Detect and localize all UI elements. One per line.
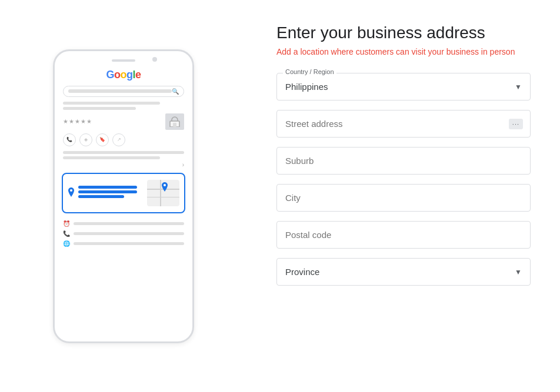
phone-search-bar: 🔍 xyxy=(63,86,184,97)
country-field[interactable]: Country / Region Philippines ▼ xyxy=(276,73,531,100)
globe-icon: 🌐 xyxy=(63,240,70,247)
province-field-group: Province ▼ xyxy=(276,258,531,286)
phone-content: Google 🔍 ★★★★★ xyxy=(61,66,186,249)
phone-icon: 📞 xyxy=(63,133,76,146)
location-pin-icon xyxy=(68,187,75,199)
country-select[interactable]: Philippines xyxy=(277,73,530,100)
street-input[interactable] xyxy=(277,110,530,137)
city-input[interactable] xyxy=(277,185,530,211)
postal-field[interactable] xyxy=(276,221,531,249)
share-icon: ↗ xyxy=(112,133,125,146)
google-logo: Google xyxy=(63,69,184,81)
phone-camera xyxy=(152,57,157,62)
province-field[interactable]: Province ▼ xyxy=(276,258,531,286)
svg-point-3 xyxy=(164,184,166,186)
shop-icon xyxy=(165,113,184,130)
search-icon: 🔍 xyxy=(172,88,179,95)
country-field-group: Country / Region Philippines ▼ xyxy=(276,73,531,100)
svg-point-2 xyxy=(70,189,72,192)
svg-rect-1 xyxy=(173,123,176,127)
more-options-icon[interactable]: ··· xyxy=(509,119,523,129)
right-panel: Enter your business address Add a locati… xyxy=(247,0,560,392)
clock-icon: ⏰ xyxy=(63,220,70,227)
postal-input[interactable] xyxy=(277,222,530,248)
bookmark-icon: 🔖 xyxy=(96,133,109,146)
street-field-group: ··· xyxy=(276,110,531,138)
country-label: Country / Region xyxy=(283,68,336,75)
page-subtitle: Add a location where customers can visit… xyxy=(276,47,531,56)
map-pin-icon xyxy=(160,182,169,197)
page-title: Enter your business address xyxy=(276,24,531,42)
direction-icon: ◈ xyxy=(79,133,92,146)
city-field-group xyxy=(276,184,531,212)
suburb-field-group xyxy=(276,147,531,175)
province-select[interactable]: Province xyxy=(277,259,530,285)
star-rating: ★★★★★ xyxy=(63,118,92,125)
business-location-card xyxy=(62,173,185,213)
city-field[interactable] xyxy=(276,184,531,212)
phone-small-icon: 📞 xyxy=(63,230,70,237)
suburb-input[interactable] xyxy=(277,148,530,174)
suburb-field[interactable] xyxy=(276,147,531,175)
phone-mockup: Google 🔍 ★★★★★ xyxy=(53,49,194,343)
left-panel: Google 🔍 ★★★★★ xyxy=(0,0,247,392)
map-preview xyxy=(147,180,179,206)
phone-speaker xyxy=(112,59,135,62)
chevron-right-icon: › xyxy=(182,162,184,168)
street-field[interactable]: ··· xyxy=(276,110,531,138)
postal-field-group xyxy=(276,221,531,249)
